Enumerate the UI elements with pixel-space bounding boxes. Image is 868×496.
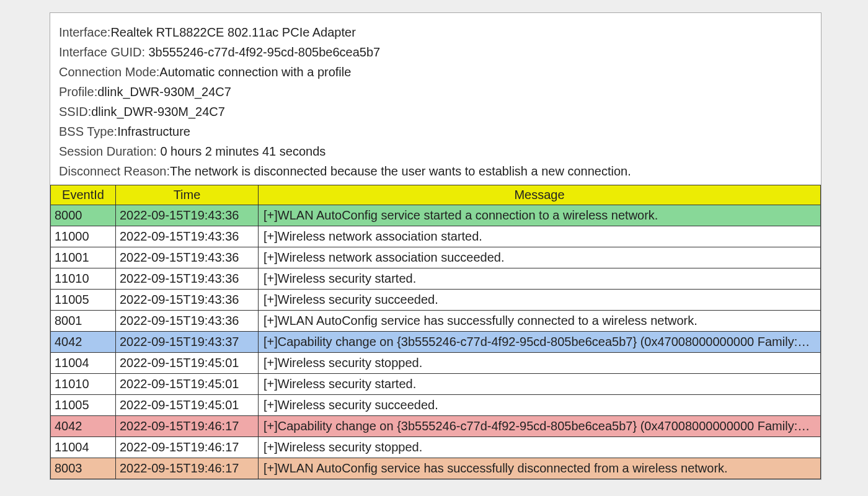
cell-eventid: 11004 — [51, 353, 116, 374]
cell-message: [+]Wireless security stopped. — [259, 437, 821, 458]
cell-eventid: 11010 — [51, 374, 116, 395]
cell-eventid: 11005 — [51, 290, 116, 311]
meta-label: Disconnect Reason: — [59, 164, 170, 178]
cell-eventid: 11010 — [51, 268, 116, 290]
cell-time: 2022-09-15T19:46:17 — [116, 458, 259, 479]
meta-duration: Session Duration: 0 hours 2 minutes 41 s… — [59, 141, 813, 161]
cell-message: [+]Wireless security succeeded. — [259, 290, 821, 311]
event-panel: Interface:Realtek RTL8822CE 802.11ac PCI… — [50, 12, 822, 480]
cell-time: 2022-09-15T19:46:17 — [116, 416, 259, 437]
cell-message: [+]Capability change on {3b555246-c77d-4… — [259, 332, 821, 353]
meta-label: SSID: — [59, 105, 91, 118]
meta-bss: BSS Type:Infrastructure — [59, 122, 813, 141]
table-row[interactable]: 80032022-09-15T19:46:17[+]WLAN AutoConfi… — [51, 458, 821, 479]
meta-value: The network is disconnected because the … — [170, 164, 631, 178]
cell-eventid: 11000 — [51, 226, 116, 247]
cell-time: 2022-09-15T19:43:36 — [116, 290, 259, 311]
table-row[interactable]: 40422022-09-15T19:43:37[+]Capability cha… — [51, 332, 821, 353]
col-message[interactable]: Message — [259, 185, 821, 205]
meta-guid: Interface GUID: 3b555246-c77d-4f92-95cd-… — [59, 42, 813, 62]
cell-message: [+]Wireless network association succeede… — [259, 247, 821, 268]
cell-time: 2022-09-15T19:45:01 — [116, 374, 259, 395]
table-row[interactable]: 40422022-09-15T19:46:17[+]Capability cha… — [51, 416, 821, 437]
table-row[interactable]: 110012022-09-15T19:43:36[+]Wireless netw… — [51, 247, 821, 268]
cell-message: [+]WLAN AutoConfig service started a con… — [259, 205, 821, 226]
meta-label: Interface GUID: — [59, 45, 149, 59]
meta-label: Interface: — [59, 25, 110, 39]
meta-value: dlink_DWR-930M_24C7 — [91, 105, 225, 118]
table-row[interactable]: 110102022-09-15T19:43:36[+]Wireless secu… — [51, 268, 821, 290]
col-time[interactable]: Time — [116, 185, 259, 205]
table-row[interactable]: 110052022-09-15T19:45:01[+]Wireless secu… — [51, 395, 821, 416]
cell-message: [+]Wireless security stopped. — [259, 353, 821, 374]
cell-message: [+]WLAN AutoConfig service has successfu… — [259, 458, 821, 479]
table-row[interactable]: 110042022-09-15T19:46:17[+]Wireless secu… — [51, 437, 821, 458]
cell-time: 2022-09-15T19:43:36 — [116, 311, 259, 332]
cell-time: 2022-09-15T19:43:36 — [116, 226, 259, 247]
cell-eventid: 8001 — [51, 311, 116, 332]
cell-eventid: 4042 — [51, 332, 116, 353]
table-header-row: EventId Time Message — [51, 185, 821, 205]
meta-value: Infrastructure — [117, 125, 190, 138]
cell-message: [+]Capability change on {3b555246-c77d-4… — [259, 416, 821, 437]
meta-interface: Interface:Realtek RTL8822CE 802.11ac PCI… — [59, 22, 813, 42]
table-row[interactable]: 110052022-09-15T19:43:36[+]Wireless secu… — [51, 290, 821, 311]
cell-eventid: 11005 — [51, 395, 116, 416]
table-row[interactable]: 110002022-09-15T19:43:36[+]Wireless netw… — [51, 226, 821, 247]
meta-ssid: SSID:dlink_DWR-930M_24C7 — [59, 102, 813, 122]
cell-message: [+]Wireless network association started. — [259, 226, 821, 247]
cell-message: [+]Wireless security started. — [259, 268, 821, 290]
cell-time: 2022-09-15T19:45:01 — [116, 395, 259, 416]
cell-eventid: 4042 — [51, 416, 116, 437]
cell-message: [+]Wireless security started. — [259, 374, 821, 395]
meta-value: 0 hours 2 minutes 41 seconds — [160, 144, 326, 158]
cell-eventid: 8003 — [51, 458, 116, 479]
cell-message: [+]Wireless security succeeded. — [259, 395, 821, 416]
meta-reason: Disconnect Reason:The network is disconn… — [59, 161, 813, 181]
cell-eventid: 11004 — [51, 437, 116, 458]
cell-time: 2022-09-15T19:43:36 — [116, 205, 259, 226]
cell-time: 2022-09-15T19:43:37 — [116, 332, 259, 353]
meta-label: Session Duration: — [59, 144, 160, 158]
meta-label: Profile: — [59, 85, 97, 99]
cell-message: [+]WLAN AutoConfig service has successfu… — [259, 311, 821, 332]
table-row[interactable]: 80002022-09-15T19:43:36[+]WLAN AutoConfi… — [51, 205, 821, 226]
meta-value: dlink_DWR-930M_24C7 — [97, 85, 231, 99]
meta-label: Connection Mode: — [59, 65, 159, 79]
connection-meta: Interface:Realtek RTL8822CE 802.11ac PCI… — [58, 22, 813, 181]
table-row[interactable]: 110102022-09-15T19:45:01[+]Wireless secu… — [51, 374, 821, 395]
cell-time: 2022-09-15T19:45:01 — [116, 353, 259, 374]
cell-eventid: 11001 — [51, 247, 116, 268]
cell-time: 2022-09-15T19:43:36 — [116, 268, 259, 290]
meta-mode: Connection Mode:Automatic connection wit… — [59, 62, 813, 82]
event-table: EventId Time Message 80002022-09-15T19:4… — [50, 185, 821, 479]
meta-profile: Profile:dlink_DWR-930M_24C7 — [59, 82, 813, 102]
table-row[interactable]: 110042022-09-15T19:45:01[+]Wireless secu… — [51, 353, 821, 374]
cell-time: 2022-09-15T19:46:17 — [116, 437, 259, 458]
table-row[interactable]: 80012022-09-15T19:43:36[+]WLAN AutoConfi… — [51, 311, 821, 332]
meta-value: 3b555246-c77d-4f92-95cd-805be6cea5b7 — [149, 45, 381, 59]
meta-label: BSS Type: — [59, 125, 117, 138]
cell-eventid: 8000 — [51, 205, 116, 226]
meta-value: Automatic connection with a profile — [159, 65, 351, 79]
col-eventid[interactable]: EventId — [51, 185, 116, 205]
meta-value: Realtek RTL8822CE 802.11ac PCIe Adapter — [110, 25, 355, 39]
cell-time: 2022-09-15T19:43:36 — [116, 247, 259, 268]
